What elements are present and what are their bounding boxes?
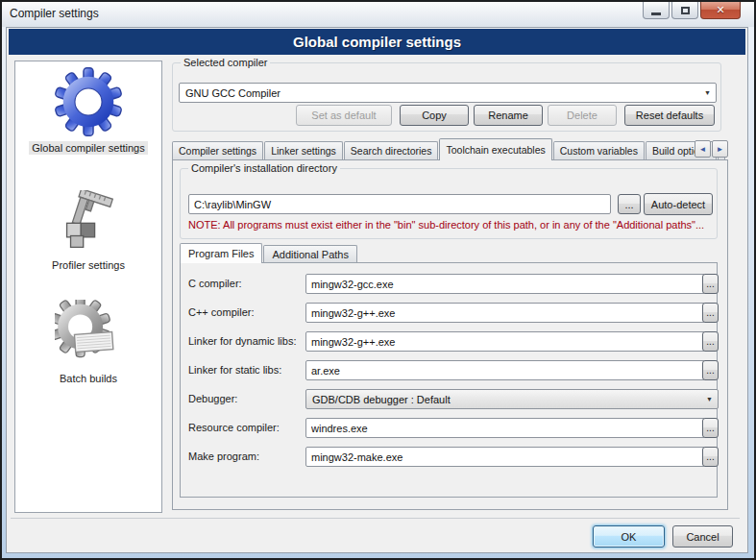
- field-label: Resource compiler:: [188, 418, 280, 438]
- static-linker-input[interactable]: [305, 360, 705, 380]
- c-compiler-row: C compiler: ...: [181, 274, 717, 294]
- resource-compiler-input[interactable]: [305, 418, 705, 438]
- browse-cpp-compiler-button[interactable]: ...: [702, 303, 719, 323]
- rename-button[interactable]: Rename: [474, 105, 543, 126]
- browse-c-compiler-button[interactable]: ...: [702, 274, 719, 294]
- browse-make-program-button[interactable]: ...: [702, 447, 719, 467]
- cpp-compiler-row: C++ compiler: ...: [181, 303, 717, 323]
- tab-search-directories[interactable]: Search directories: [344, 141, 439, 160]
- tab-scroll-left-button[interactable]: ◄: [695, 140, 711, 158]
- field-label: Linker for dynamic libs:: [188, 331, 297, 352]
- selected-compiler-group: Selected compiler GNU GCC Compiler ▼ Set…: [172, 62, 721, 132]
- tab-scroll-buttons: ◄ ►: [694, 140, 728, 158]
- ok-button[interactable]: OK: [593, 525, 665, 548]
- c-compiler-input[interactable]: [305, 274, 705, 294]
- minimize-button[interactable]: [643, 2, 670, 19]
- resource-compiler-row: Resource compiler: ...: [181, 418, 717, 438]
- gray-gear-icon: [55, 300, 122, 367]
- tab-toolchain-executables[interactable]: Toolchain executables: [439, 138, 551, 160]
- compiler-actions: Set as default Copy Rename Delete Reset …: [296, 105, 715, 126]
- make-program-row: Make program: ...: [181, 447, 717, 467]
- chevron-down-icon: ▼: [704, 89, 711, 96]
- dialog-body: Global compiler settings: [6, 27, 748, 553]
- dialog-header: Global compiler settings: [9, 29, 745, 55]
- auto-detect-button[interactable]: Auto-detect: [644, 193, 713, 215]
- tab-scroll-left-icon: ◄: [699, 145, 707, 154]
- group-label: Selected compiler: [181, 57, 270, 68]
- set-as-default-button[interactable]: Set as default: [296, 105, 392, 126]
- browse-static-linker-button[interactable]: ...: [702, 360, 719, 380]
- sidebar-item-global-compiler-settings[interactable]: Global compiler settings: [15, 67, 161, 155]
- ellipsis-icon: ...: [706, 451, 714, 462]
- sidebar-item-profiler-settings[interactable]: Profiler settings: [15, 190, 161, 272]
- group-label: Compiler's installation directory: [188, 162, 340, 174]
- field-label: C compiler:: [188, 274, 242, 294]
- ellipsis-icon: ...: [706, 279, 714, 289]
- field-label: Linker for static libs:: [188, 360, 281, 380]
- maximize-button[interactable]: [671, 2, 698, 19]
- close-icon: ✕: [716, 4, 724, 16]
- compiler-settings-window: Compiler settings ✕ Global compiler sett…: [0, 0, 756, 560]
- paper-stack-icon: [74, 332, 112, 353]
- cpp-compiler-input[interactable]: [305, 303, 705, 323]
- browse-resource-compiler-button[interactable]: ...: [702, 418, 719, 438]
- sidebar-item-batch-builds[interactable]: Batch builds: [15, 300, 161, 385]
- tab-scroll-right-icon: ►: [717, 145, 724, 154]
- cancel-button[interactable]: Cancel: [672, 525, 733, 548]
- sidebar-item-label: Global compiler settings: [29, 141, 147, 155]
- installation-directory-group: Compiler's installation directory ... Au…: [180, 168, 718, 239]
- field-label: Debugger:: [188, 389, 237, 409]
- copy-button[interactable]: Copy: [400, 105, 469, 126]
- program-files-panel: C compiler: ... C++ compiler: ... Linker…: [180, 262, 718, 498]
- ellipsis-icon: ...: [624, 199, 633, 210]
- caliper-icon: [57, 190, 120, 254]
- blue-gear-icon: [54, 67, 123, 136]
- window-frame: Compiler settings ✕ Global compiler sett…: [2, 2, 754, 558]
- ellipsis-icon: ...: [706, 423, 714, 433]
- reset-defaults-button[interactable]: Reset defaults: [624, 105, 715, 126]
- selected-compiler-value: GNU GCC Compiler: [185, 87, 280, 99]
- ellipsis-icon: ...: [706, 365, 714, 376]
- tab-linker-settings[interactable]: Linker settings: [264, 141, 343, 160]
- window-titlebar[interactable]: Compiler settings ✕: [2, 2, 754, 27]
- field-label: Make program:: [188, 447, 259, 467]
- sidebar-item-label: Profiler settings: [49, 258, 128, 272]
- dynamic-linker-input[interactable]: [305, 331, 705, 352]
- settings-category-sidebar: Global compiler settings: [14, 61, 162, 513]
- installation-note: NOTE: All programs must exist either in …: [188, 219, 704, 231]
- settings-tabstrip: Compiler settings Linker settings Search…: [172, 137, 728, 160]
- chevron-down-icon: ▼: [706, 396, 713, 402]
- field-label: C++ compiler:: [188, 303, 254, 323]
- sidebar-item-label: Batch builds: [57, 372, 120, 385]
- window-title: Compiler settings: [10, 2, 99, 26]
- browse-dynamic-linker-button[interactable]: ...: [702, 331, 719, 352]
- dynamic-linker-row: Linker for dynamic libs: ...: [181, 331, 717, 352]
- static-linker-row: Linker for static libs: ...: [181, 360, 717, 380]
- minimize-icon: [651, 12, 661, 15]
- debugger-row: Debugger: GDB/CDB debugger : Default ▼: [181, 389, 717, 409]
- tab-custom-variables[interactable]: Custom variables: [553, 141, 645, 160]
- tab-scroll-right-button[interactable]: ►: [712, 140, 728, 158]
- debugger-value: GDB/CDB debugger : Default: [312, 394, 451, 405]
- ellipsis-icon: ...: [706, 336, 714, 347]
- tab-program-files[interactable]: Program Files: [180, 243, 262, 263]
- debugger-select[interactable]: GDB/CDB debugger : Default ▼: [305, 389, 719, 409]
- selected-compiler-select[interactable]: GNU GCC Compiler ▼: [179, 83, 717, 103]
- maximize-icon: [681, 7, 690, 14]
- window-caption-buttons: ✕: [641, 2, 741, 19]
- tab-additional-paths[interactable]: Additional Paths: [263, 245, 357, 263]
- delete-button[interactable]: Delete: [548, 105, 617, 126]
- footer-separator: [11, 518, 740, 519]
- ellipsis-icon: ...: [706, 307, 714, 318]
- close-button[interactable]: ✕: [700, 2, 741, 19]
- browse-path-button[interactable]: ...: [618, 194, 641, 214]
- page-title: Global compiler settings: [293, 34, 461, 50]
- installation-path-input[interactable]: [188, 194, 611, 214]
- program-tabstrip: Program Files Additional Paths: [180, 243, 358, 263]
- make-program-input[interactable]: [305, 447, 705, 467]
- tab-compiler-settings[interactable]: Compiler settings: [172, 141, 263, 160]
